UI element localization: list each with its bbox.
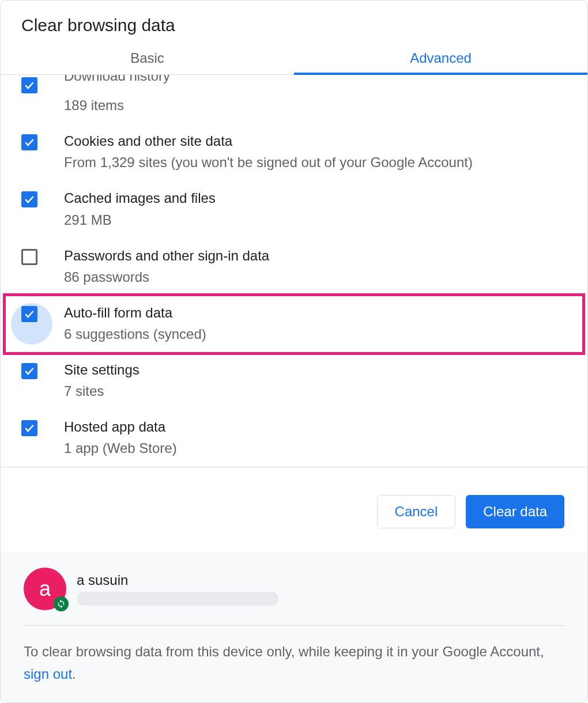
- item-subtitle: 7 sites: [64, 381, 577, 402]
- list-item[interactable]: Cached images and files291 MB: [1, 181, 587, 238]
- item-title: Hosted app data: [64, 418, 577, 436]
- clear-browsing-data-dialog: Clear browsing data Basic Advanced Downl…: [0, 0, 588, 703]
- list-item[interactable]: Passwords and other sign-in data86 passw…: [1, 239, 587, 296]
- avatar-initial: a: [39, 577, 51, 601]
- checkbox-wrap: [21, 247, 56, 265]
- list-item[interactable]: Hosted app data1 app (Web Store): [1, 410, 587, 467]
- item-subtitle: 6 suggestions (synced): [64, 324, 577, 345]
- sign-out-link[interactable]: sign out: [24, 666, 72, 682]
- account-name: a susuin: [77, 572, 564, 588]
- list-item[interactable]: Cookies and other site dataFrom 1,329 si…: [1, 124, 587, 181]
- list-item[interactable]: Download history189 items: [1, 75, 587, 124]
- options-list: Download history189 itemsCookies and oth…: [1, 75, 587, 467]
- item-texts: Cached images and files291 MB: [56, 189, 577, 230]
- item-title: Site settings: [64, 361, 577, 379]
- item-texts: Site settings7 sites: [56, 361, 577, 402]
- item-title: Cached images and files: [64, 189, 577, 207]
- tabs: Basic Advanced: [1, 43, 587, 75]
- item-title: Passwords and other sign-in data: [64, 247, 577, 264]
- clear-data-button[interactable]: Clear data: [466, 495, 564, 528]
- item-texts: Cookies and other site dataFrom 1,329 si…: [56, 132, 577, 173]
- cancel-button[interactable]: Cancel: [377, 495, 456, 528]
- item-subtitle: 189 items: [64, 95, 577, 116]
- checkbox[interactable]: [21, 363, 37, 379]
- sync-icon: [54, 596, 69, 611]
- button-row: Cancel Clear data: [1, 467, 587, 551]
- item-subtitle: 1 app (Web Store): [64, 438, 577, 459]
- checkbox[interactable]: [21, 134, 37, 150]
- item-subtitle: From 1,329 sites (you won't be signed ou…: [64, 152, 577, 173]
- checkbox[interactable]: [21, 420, 37, 436]
- item-title: Auto-fill form data: [64, 304, 577, 322]
- checkbox-wrap: [21, 418, 56, 436]
- tab-basic[interactable]: Basic: [1, 43, 294, 74]
- item-texts: Download history189 items: [56, 75, 577, 116]
- item-texts: Auto-fill form data6 suggestions (synced…: [56, 304, 577, 345]
- checkbox-wrap: [21, 361, 56, 379]
- footer-text-before: To clear browsing data from this device …: [24, 644, 544, 659]
- item-title: Cookies and other site data: [64, 132, 577, 150]
- item-title: Download history: [64, 75, 577, 85]
- checkbox-wrap: [21, 189, 56, 207]
- checkbox[interactable]: [21, 249, 37, 265]
- account-texts: a susuin: [77, 572, 564, 606]
- list-item[interactable]: Site settings7 sites: [1, 353, 587, 410]
- item-texts: Passwords and other sign-in data86 passw…: [56, 247, 577, 288]
- account-email-redacted: [77, 592, 278, 606]
- checkbox-wrap: [21, 75, 56, 93]
- account-row: a a susuin: [24, 568, 564, 626]
- footer-text-after: .: [72, 666, 76, 682]
- checkbox[interactable]: [21, 77, 37, 93]
- checkbox[interactable]: [21, 306, 37, 322]
- item-texts: Hosted app data1 app (Web Store): [56, 418, 577, 459]
- footer: a a susuin To clear browsing data from t…: [1, 551, 587, 702]
- dialog-title: Clear browsing data: [1, 1, 587, 43]
- footer-text: To clear browsing data from this device …: [24, 641, 564, 685]
- checkbox[interactable]: [21, 191, 37, 207]
- item-subtitle: 86 passwords: [64, 267, 577, 288]
- avatar: a: [24, 568, 66, 610]
- item-subtitle: 291 MB: [64, 210, 577, 230]
- tab-advanced[interactable]: Advanced: [294, 43, 587, 74]
- checkbox-wrap: [21, 132, 56, 150]
- list-item[interactable]: Auto-fill form data6 suggestions (synced…: [1, 296, 587, 353]
